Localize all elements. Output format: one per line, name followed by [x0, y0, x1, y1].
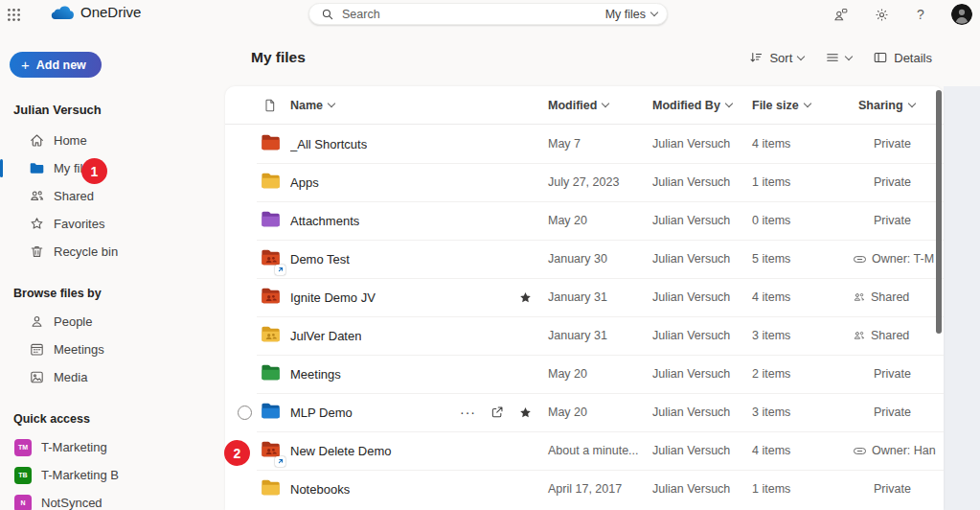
person-feedback-icon[interactable]	[832, 7, 849, 23]
details-button[interactable]: Details	[873, 50, 932, 65]
modified-cell: July 27, 2023	[542, 175, 647, 189]
file-name[interactable]: Attachments	[290, 214, 359, 228]
sidebar-item-shared[interactable]: Shared	[0, 182, 225, 210]
chevron-down-icon	[845, 52, 853, 59]
sort-button[interactable]: Sort	[748, 50, 804, 65]
chevron-down-icon	[907, 100, 915, 107]
table-row[interactable]: JulVer Daten ··· January 31 Julian Versu…	[225, 316, 944, 355]
sharing-cell: Private	[853, 482, 944, 496]
search-box[interactable]: Search My files	[308, 3, 668, 25]
sidebar-item-label: Recycle bin	[54, 244, 118, 259]
modified-by-cell: Julian Versuch	[647, 482, 746, 496]
quick-access-label: T-Marketing	[41, 440, 107, 454]
modified-by-cell: Julian Versuch	[647, 252, 746, 266]
file-table-body: _All Shortcuts ··· May 7 Julian Versuch …	[225, 125, 944, 508]
modified-cell: May 20	[542, 214, 647, 227]
sidebar-item-favorites[interactable]: Favorites	[0, 210, 225, 238]
table-row[interactable]: Ignite Demo JV ··· January 31 Julian Ver…	[225, 278, 944, 316]
modified-by-cell: Julian Versuch	[647, 137, 746, 151]
quick-access-notsynced[interactable]: N NotSynced	[0, 489, 225, 510]
account-avatar[interactable]	[951, 4, 972, 25]
sharing-icon	[853, 290, 866, 304]
add-new-button[interactable]: + Add new	[10, 52, 102, 78]
table-scrollbar[interactable]	[936, 90, 942, 334]
column-header-sharing[interactable]: Sharing	[853, 99, 944, 112]
app-launcher-icon[interactable]	[6, 7, 22, 23]
quick-access-label: NotSynced	[41, 496, 103, 510]
sidebar-item-my-files[interactable]: My files	[0, 154, 225, 182]
file-name[interactable]: _All Shortcuts	[290, 137, 367, 151]
table-row[interactable]: Attachments ··· May 20 Julian Versuch 0 …	[225, 201, 944, 240]
sharing-cell: Private	[853, 137, 944, 151]
sidebar-item-people[interactable]: People	[0, 308, 225, 336]
type-column-icon[interactable]	[256, 98, 285, 113]
onedrive-logo[interactable]: OneDrive	[50, 4, 141, 20]
file-size-cell: 3 items	[746, 406, 853, 419]
help-icon[interactable]: ?	[915, 7, 926, 22]
file-name[interactable]: Ignite Demo JV	[290, 290, 376, 305]
folder-icon	[260, 370, 282, 386]
column-header-file-size[interactable]: File size	[746, 99, 853, 112]
table-row[interactable]: Demo Test ··· January 30 Julian Versuch …	[225, 240, 944, 278]
table-row[interactable]: Apps ··· July 27, 2023 Julian Versuch 1 …	[225, 163, 944, 201]
file-size-cell: 4 items	[746, 137, 853, 151]
sidebar: + Add new Julian Versuch Home My files S…	[0, 29, 225, 510]
search-input[interactable]: Search	[342, 8, 605, 21]
sharing-cell: Private	[853, 406, 944, 419]
folder-icon	[260, 485, 282, 501]
quick-access-header: Quick access	[13, 412, 225, 426]
chevron-down-icon	[725, 100, 733, 107]
column-header-modified-by[interactable]: Modified By	[647, 99, 746, 112]
view-options-button[interactable]	[825, 50, 852, 65]
file-name[interactable]: Notebooks	[290, 482, 350, 497]
folder-icon	[260, 332, 282, 348]
search-scope-dropdown[interactable]: My files	[605, 8, 657, 21]
row-select-checkbox[interactable]	[238, 406, 252, 420]
sidebar-item-label: Shared	[54, 189, 94, 203]
sharing-cell: Owner: Han	[853, 444, 944, 458]
table-row[interactable]: Meetings ··· May 20 Julian Versuch 2 ite…	[225, 355, 944, 393]
favorite-star-icon[interactable]	[518, 406, 533, 420]
file-name[interactable]: New Delete Demo	[290, 444, 392, 458]
modified-by-cell: Julian Versuch	[647, 290, 746, 304]
sidebar-item-recycle-bin[interactable]: Recycle bin	[0, 238, 225, 266]
file-size-cell: 0 items	[746, 214, 853, 227]
table-row[interactable]: MLP Demo ··· May 20 Julian Versuch 3 ite…	[225, 393, 944, 431]
sharing-cell: Shared	[853, 329, 944, 342]
column-header-name[interactable]: Name	[285, 99, 542, 112]
modified-cell: May 20	[542, 367, 647, 381]
quick-access-t-marketing[interactable]: TM T-Marketing	[0, 433, 225, 461]
folder-icon	[29, 160, 45, 176]
folder-icon	[260, 408, 282, 425]
sharing-cell: Owner: T-M	[853, 252, 944, 267]
app-title: OneDrive	[80, 4, 141, 20]
document-icon	[262, 98, 278, 113]
column-header-modified[interactable]: Modified	[542, 99, 647, 112]
sidebar-item-meetings[interactable]: Meetings	[0, 336, 225, 363]
favorite-star-icon[interactable]	[518, 290, 533, 305]
person-icon	[29, 313, 45, 330]
onedrive-app: OneDrive Search My files ?	[0, 0, 980, 510]
table-row[interactable]: New Delete Demo ··· About a minute... Ju…	[225, 431, 944, 470]
annotation-1: 1	[81, 158, 107, 184]
share-button[interactable]	[490, 405, 505, 420]
more-options-button[interactable]: ···	[460, 407, 476, 417]
file-name[interactable]: MLP Demo	[290, 406, 353, 420]
file-name[interactable]: Meetings	[290, 367, 341, 382]
file-name[interactable]: JulVer Daten	[290, 329, 361, 343]
sidebar-item-home[interactable]: Home	[0, 127, 225, 154]
sharing-cell: Private	[853, 214, 944, 227]
main-header: My files Sort Details	[225, 29, 980, 86]
file-name[interactable]: Apps	[290, 175, 319, 190]
folder-icon	[260, 447, 282, 463]
quick-access-t-marketing-b[interactable]: TB T-Marketing B	[0, 461, 225, 489]
modified-by-cell: Julian Versuch	[647, 444, 746, 457]
settings-gear-icon[interactable]	[874, 7, 890, 23]
file-name[interactable]: Demo Test	[290, 252, 350, 267]
sidebar-item-label: Media	[54, 370, 87, 384]
modified-cell: April 17, 2017	[542, 482, 647, 496]
sidebar-item-media[interactable]: Media	[0, 363, 225, 391]
table-row[interactable]: Notebooks ··· April 17, 2017 Julian Vers…	[225, 470, 944, 508]
table-row[interactable]: _All Shortcuts ··· May 7 Julian Versuch …	[225, 125, 944, 163]
plus-icon: +	[21, 57, 30, 73]
